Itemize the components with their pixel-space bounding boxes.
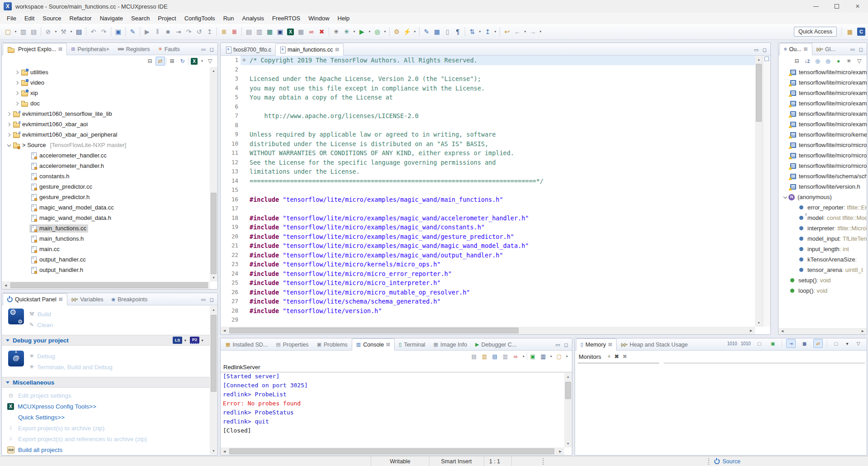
expand-chevron-icon[interactable] — [5, 133, 12, 136]
tree-item[interactable]: evkmimxrt1060_tensorflow_lite_lib — [2, 109, 210, 119]
outline-item[interactable]: loop() : void — [778, 285, 867, 296]
fold-marker-icon[interactable] — [241, 223, 248, 232]
tree-item[interactable]: main_functions.h — [2, 233, 210, 244]
outline-toolbar-icon[interactable]: ◎ — [823, 57, 833, 66]
remove-monitor-icon[interactable]: ✖ — [614, 353, 619, 360]
scroll-thumb[interactable] — [10, 282, 208, 288]
tab-peripherals[interactable]: ⊞Peripherals+ — [67, 43, 113, 55]
explorer-toolbar-icon[interactable]: ⊞ — [167, 57, 177, 66]
outline-item[interactable]: tensorflow/lite/schema/schema_generated.… — [778, 171, 867, 181]
fold-marker-icon[interactable] — [241, 241, 248, 251]
toolbar-icon[interactable]: ▾ — [53, 26, 58, 37]
fold-marker-icon[interactable] — [241, 269, 248, 279]
tab-quickstart[interactable]: Quickstart Panel⊠ — [3, 293, 67, 305]
misc-link[interactable]: Build all projects — [2, 444, 210, 455]
scroll-thumb[interactable] — [229, 448, 554, 454]
code-line[interactable]: 26 #include "tensorflow/lite/micro/micro… — [221, 288, 755, 297]
memory-toolbar-icon[interactable]: ▦ — [800, 339, 809, 348]
build-link[interactable]: ✎Clean — [29, 320, 53, 330]
scroll-left-icon[interactable]: ◀ — [221, 327, 228, 334]
tree-item[interactable]: main.cc — [2, 244, 210, 254]
toolbar-icon[interactable]: ▶ — [357, 26, 367, 37]
toolbar-icon[interactable] — [241, 27, 242, 36]
expand-chevron-icon[interactable] — [5, 113, 12, 115]
scroll-right-icon[interactable]: ▶ — [859, 328, 867, 334]
toolbar-icon[interactable]: ✳ — [331, 26, 341, 37]
fold-marker-icon[interactable] — [241, 84, 248, 93]
memory-toolbar-icon[interactable]: ▽ — [854, 339, 863, 348]
close-icon[interactable]: ⊠ — [608, 342, 612, 347]
outline-item[interactable]: tensor_arena : uint8_t — [778, 265, 867, 275]
fold-marker-icon[interactable] — [241, 65, 248, 75]
scroll-thumb[interactable] — [756, 64, 762, 122]
toolbar-icon[interactable]: ¶ — [453, 26, 463, 37]
outline-item[interactable]: tensorflow/lite/micro/examples/magic_wan… — [778, 98, 867, 109]
fold-marker-icon[interactable] — [241, 111, 248, 121]
tab-memory[interactable]: ▯Memory⊠ — [576, 338, 617, 351]
explorer-toolbar-icon[interactable]: ↻ — [178, 57, 187, 66]
memory-toolbar-icon[interactable]: ⇥ — [786, 339, 796, 348]
toolbar-icon[interactable]: ↩ — [502, 26, 512, 37]
fold-marker-icon[interactable] — [241, 93, 248, 102]
minimize-view-icon[interactable]: ▭ — [201, 47, 205, 52]
scroll-up-icon[interactable]: ▲ — [564, 373, 572, 380]
outline-item[interactable]: model_input : TfLiteTensor — [778, 233, 867, 244]
minimize-view-icon[interactable]: ▭ — [201, 297, 205, 303]
fold-marker-icon[interactable] — [241, 167, 248, 176]
toolbar-icon[interactable]: ↷ — [184, 26, 194, 37]
misc-section-header[interactable]: Miscellaneous — [2, 377, 210, 388]
console-toolbar-icon[interactable]: ▢ — [554, 352, 564, 361]
linkserver-badge[interactable]: LS — [173, 337, 182, 344]
tree-item[interactable]: output_handler.cc — [2, 254, 210, 265]
toolbar-icon[interactable] — [217, 27, 217, 36]
menu-item[interactable]: Edit — [20, 13, 38, 24]
toolbar-icon[interactable]: ▥ — [18, 26, 28, 37]
scroll-left-icon[interactable]: ◀ — [2, 281, 9, 289]
tab-installed-sdks[interactable]: ▦Installed SD... — [222, 339, 272, 350]
scroll-down-icon[interactable]: ▼ — [210, 274, 217, 281]
fold-marker-icon[interactable] — [241, 315, 248, 325]
explorer-toolbar-icon[interactable]: ⇄ — [156, 57, 165, 66]
toolbar-icon[interactable] — [465, 27, 465, 36]
toolbar-icon[interactable] — [111, 27, 111, 36]
tree-item[interactable]: video — [2, 77, 210, 88]
toolbar-icon[interactable]: ▾ — [13, 26, 18, 37]
fold-marker-icon[interactable] — [241, 185, 248, 195]
console-toolbar-icon[interactable]: ▾ — [521, 352, 526, 361]
scroll-down-icon[interactable]: ▼ — [755, 319, 763, 327]
code-line[interactable]: 11 WITHOUT WARRANTIES OR CONDITIONS OF A… — [221, 148, 755, 158]
toolbar-icon[interactable]: ⊘ — [43, 26, 53, 37]
explorer-toolbar-icon[interactable]: ▾ — [200, 57, 204, 66]
toolbar-icon[interactable] — [140, 27, 140, 36]
toolbar-icon[interactable]: ▾ — [477, 26, 482, 37]
outline-toolbar-icon[interactable]: ↓z — [802, 57, 812, 66]
source-trim[interactable]: Source — [714, 456, 741, 466]
console-toolbar-icon[interactable]: ▾ — [565, 352, 569, 361]
code-line[interactable]: 2 — [221, 65, 755, 75]
menu-item[interactable]: Project — [154, 13, 180, 24]
fold-marker-icon[interactable] — [241, 251, 248, 260]
minimize-view-icon[interactable]: ▭ — [555, 342, 560, 348]
toolbar-icon[interactable]: ↶ — [88, 26, 99, 37]
toolbar-icon[interactable]: ⚙ — [392, 26, 402, 37]
console-toolbar-icon[interactable]: ▣ — [528, 352, 538, 361]
minimize-view-icon[interactable]: ▭ — [850, 47, 854, 52]
code-line[interactable]: 18 #include "tensorflow/lite/micro/examp… — [221, 214, 755, 223]
tab-faults[interactable]: ✳Faults — [154, 43, 184, 55]
toolbar-icon[interactable] — [389, 27, 390, 36]
code-line[interactable]: 14 =====================================… — [221, 176, 755, 186]
console-hscrollbar[interactable]: ◀ ▶ — [221, 447, 564, 455]
explorer-hscrollbar[interactable]: ◀ — [2, 281, 210, 289]
tab-breakpoints[interactable]: ◉Breakpoints — [107, 294, 151, 305]
misc-link[interactable]: Edit project settings — [2, 390, 210, 401]
toolbar-icon[interactable]: ✎ — [421, 26, 432, 37]
tab-main-functions[interactable]: main_functions.cc⊠ — [275, 43, 344, 56]
tab-globals[interactable]: (x)=Gl... — [812, 43, 840, 55]
maximize-button[interactable] — [826, 0, 847, 13]
expand-chevron-icon[interactable] — [5, 123, 12, 126]
misc-link[interactable]: MCUXpresso Config Tools>> — [2, 401, 210, 412]
close-icon[interactable]: ⊠ — [58, 46, 62, 52]
console-toolbar-icon[interactable]: ∞ — [511, 352, 520, 361]
add-monitor-icon[interactable]: + — [608, 353, 611, 360]
tab-console[interactable]: ▥Console⊠ — [352, 338, 395, 351]
